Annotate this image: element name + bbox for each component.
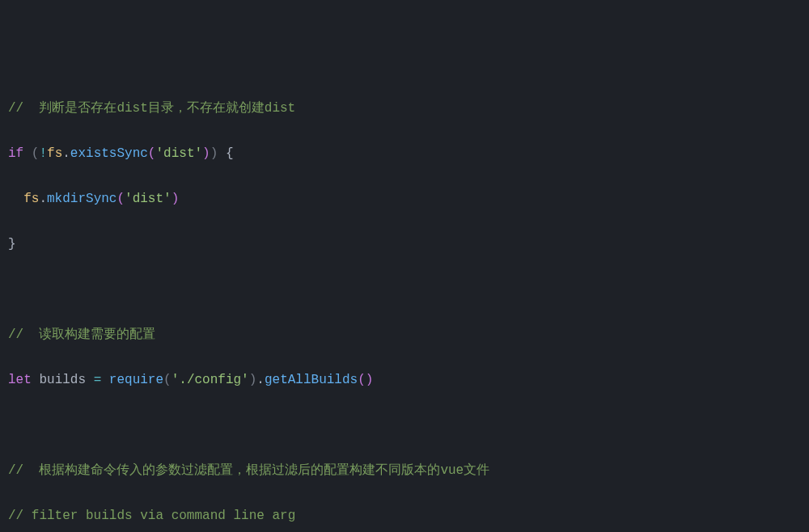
fs-object: fs bbox=[23, 192, 39, 206]
code-line: // 读取构建需要的配置 bbox=[8, 323, 801, 346]
string-literal: 'dist' bbox=[155, 146, 202, 161]
existssync-method: existsSync bbox=[70, 146, 148, 161]
code-editor[interactable]: // 判断是否存在dist目录，不存在就创建dist if (!fs.exist… bbox=[8, 74, 801, 532]
comment: // filter builds via command line arg bbox=[8, 509, 295, 523]
code-line: // 判断是否存在dist目录，不存在就创建dist bbox=[8, 97, 801, 120]
if-keyword: if bbox=[8, 146, 23, 161]
code-line bbox=[8, 414, 801, 437]
variable: builds bbox=[39, 373, 86, 387]
equals: = bbox=[94, 373, 102, 387]
getallbuilds-method: getAllBuilds bbox=[265, 373, 358, 387]
code-line: // 根据构建命令传入的参数过滤配置，根据过滤后的配置构建不同版本的vue文件 bbox=[8, 459, 801, 482]
comment: // 判断是否存在dist目录，不存在就创建dist bbox=[8, 101, 295, 116]
brace: } bbox=[8, 237, 16, 251]
not-operator: ! bbox=[39, 146, 47, 161]
mkdirsync-method: mkdirSync bbox=[47, 192, 116, 206]
comment: // 读取构建需要的配置 bbox=[8, 327, 155, 342]
code-line bbox=[8, 278, 801, 301]
code-line: } bbox=[8, 233, 801, 255]
fs-object: fs bbox=[47, 146, 62, 161]
require-function: require bbox=[109, 373, 163, 387]
comment: // 根据构建命令传入的参数过滤配置，根据过滤后的配置构建不同版本的vue文件 bbox=[8, 463, 489, 478]
code-line: // filter builds via command line arg bbox=[8, 505, 801, 527]
string-literal: './config' bbox=[172, 373, 249, 387]
code-line: if (!fs.existsSync('dist')) { bbox=[8, 142, 801, 165]
code-line: fs.mkdirSync('dist') bbox=[8, 188, 801, 210]
string-literal: 'dist' bbox=[125, 192, 172, 206]
code-line: let builds = require('./config').getAllB… bbox=[8, 369, 801, 391]
let-keyword: let bbox=[8, 373, 32, 387]
